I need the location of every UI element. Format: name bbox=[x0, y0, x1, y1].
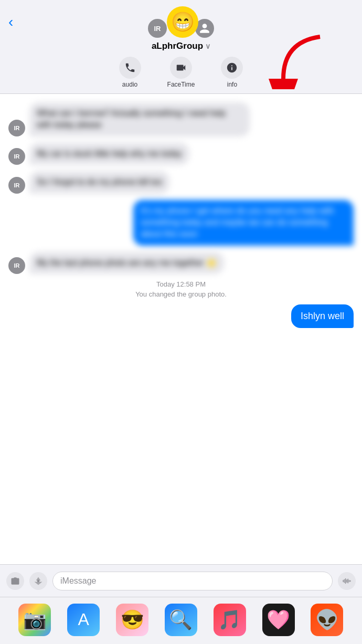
audio-icon-bg bbox=[119, 57, 141, 79]
red-arrow bbox=[268, 31, 331, 91]
svg-rect-4 bbox=[345, 578, 346, 584]
sender-avatar: IR bbox=[8, 257, 25, 274]
svg-point-1 bbox=[37, 579, 40, 582]
group-name[interactable]: aLphrGroup ∨ bbox=[152, 41, 210, 51]
header: ‹ IR 😁 aLphrGroup ∨ bbox=[0, 0, 362, 94]
avatar-ir: IR bbox=[148, 19, 167, 38]
svg-rect-7 bbox=[349, 579, 350, 582]
action-buttons: audio FaceTime info bbox=[119, 57, 243, 88]
input-placeholder: iMessage bbox=[60, 576, 96, 586]
appstore-button[interactable] bbox=[29, 572, 47, 590]
camera-button[interactable] bbox=[6, 572, 24, 590]
video-icon bbox=[175, 62, 187, 73]
sender-avatar: IR bbox=[8, 148, 25, 165]
dock-safari[interactable]: 🔍 bbox=[165, 604, 197, 636]
message-bubble: My car is stuck little help why me today bbox=[29, 143, 189, 165]
system-message: You changed the group photo. bbox=[8, 290, 354, 298]
facetime-button[interactable]: FaceTime bbox=[167, 57, 195, 88]
message-row: IR What can I borrow? Actually something… bbox=[8, 102, 354, 136]
camera-icon bbox=[10, 576, 20, 586]
info-button[interactable]: info bbox=[221, 57, 243, 88]
waveform-icon bbox=[342, 576, 352, 586]
messages-area: IR What can I borrow? Actually something… bbox=[0, 94, 362, 564]
message-row-last: Ishlyn well bbox=[8, 304, 354, 328]
dock-appstore[interactable]: A bbox=[67, 604, 100, 636]
svg-rect-8 bbox=[350, 580, 351, 582]
header-top: ‹ IR 😁 bbox=[8, 6, 354, 38]
info-label: info bbox=[227, 81, 237, 88]
input-bar: iMessage bbox=[0, 564, 362, 597]
message-row: IR My car is stuck little help why me to… bbox=[8, 143, 354, 165]
info-icon-bg bbox=[221, 57, 243, 79]
back-button[interactable]: ‹ bbox=[8, 15, 13, 29]
person-icon bbox=[199, 23, 210, 34]
sender-avatar: IR bbox=[8, 120, 25, 136]
message-bubble-ishlyn: Ishlyn well bbox=[291, 304, 354, 328]
app-wrapper: ‹ IR 😁 aLphrGroup ∨ bbox=[0, 0, 362, 644]
dock-hearts[interactable]: 🩷 bbox=[262, 604, 295, 636]
dock: 📷 A 😎 🔍 🎵 🩷 👽 bbox=[0, 597, 362, 644]
facetime-icon-bg bbox=[170, 57, 192, 79]
audio-record-button[interactable] bbox=[338, 572, 356, 590]
message-row: It's my phone I get where do you need an… bbox=[8, 200, 354, 246]
chevron-down-icon: ∨ bbox=[205, 42, 210, 50]
timestamp: Today 12:58 PM bbox=[8, 280, 354, 288]
message-row: IR So I forgot to do my phone bill too bbox=[8, 171, 354, 193]
message-input[interactable]: iMessage bbox=[52, 572, 333, 590]
message-bubble: It's my phone I get where do you need an… bbox=[133, 200, 354, 246]
audio-button[interactable]: audio bbox=[119, 57, 141, 88]
avatars-group: IR 😁 bbox=[148, 6, 214, 38]
apps-icon bbox=[34, 576, 43, 586]
dock-photos[interactable]: 📷 bbox=[18, 604, 51, 636]
sender-avatar: IR bbox=[8, 177, 25, 194]
svg-rect-5 bbox=[346, 579, 347, 583]
svg-rect-3 bbox=[344, 579, 345, 583]
svg-rect-2 bbox=[343, 579, 344, 582]
info-icon bbox=[226, 62, 238, 73]
message-row: IR My the last phone photo are any me to… bbox=[8, 252, 354, 274]
audio-label: audio bbox=[122, 81, 137, 88]
message-bubble: My the last phone photo are any me toget… bbox=[29, 252, 224, 274]
message-bubble: What can I borrow? Actually something I … bbox=[29, 102, 250, 136]
dock-memoji[interactable]: 😎 bbox=[116, 604, 148, 636]
svg-rect-6 bbox=[348, 578, 349, 583]
avatar-emoji: 😁 bbox=[167, 6, 198, 38]
phone-icon bbox=[124, 62, 136, 73]
dock-music[interactable]: 🎵 bbox=[214, 604, 246, 636]
message-bubble: So I forgot to do my phone bill too bbox=[29, 171, 169, 193]
facetime-label: FaceTime bbox=[167, 81, 195, 88]
dock-reddit[interactable]: 👽 bbox=[311, 604, 343, 636]
